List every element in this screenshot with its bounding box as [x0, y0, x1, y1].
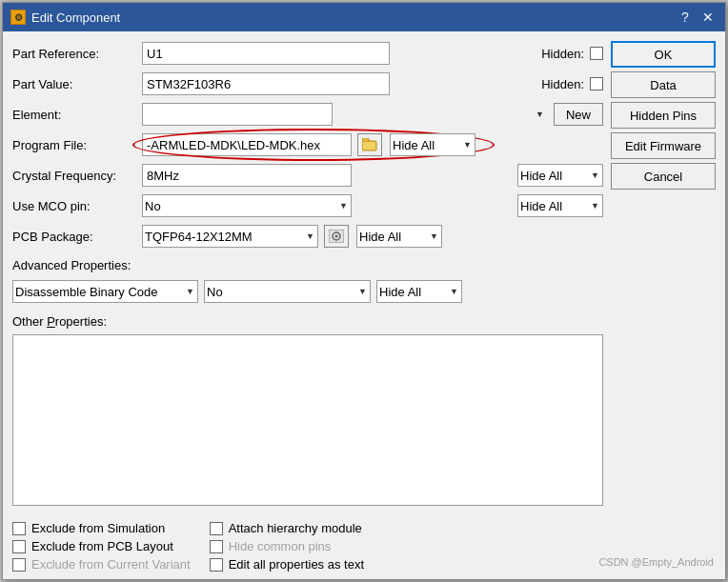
edit-firmware-button[interactable]: Edit Firmware: [611, 132, 716, 159]
data-button[interactable]: Data: [611, 71, 716, 98]
edit-all-properties-row: Edit all properties as text: [210, 557, 364, 572]
pcb-package-visibility-select[interactable]: Hide All Show All: [356, 225, 442, 248]
part-reference-row: Part Reference: Hidden:: [12, 41, 603, 66]
dialog-icon: ⚙: [10, 10, 26, 25]
bottom-section: Exclude from Simulation Exclude from PCB…: [3, 515, 725, 579]
bottom-checkboxes: Exclude from Simulation Exclude from PCB…: [12, 521, 716, 572]
use-mco-visibility-select[interactable]: Hide All Show All: [517, 194, 603, 217]
exclude-pcb-label: Exclude from PCB Layout: [31, 539, 173, 553]
part-value-label: Part Value:: [12, 77, 136, 91]
advanced-dropdown-2[interactable]: No Yes: [204, 280, 371, 303]
close-button[interactable]: ✕: [698, 8, 718, 27]
program-file-visibility-select[interactable]: Hide All Show All: [390, 133, 475, 156]
other-properties-textarea[interactable]: [12, 334, 603, 506]
attach-hierarchy-row: Attach hierarchy module: [210, 521, 364, 535]
left-checkboxes: Exclude from Simulation Exclude from PCB…: [12, 521, 191, 572]
help-button[interactable]: ?: [676, 8, 695, 27]
exclude-simulation-checkbox[interactable]: [12, 522, 26, 535]
sidebar-buttons: OK Data Hidden Pins Edit Firmware Cancel: [611, 41, 716, 506]
advanced-properties-label: Advanced Properties:: [12, 258, 131, 272]
other-properties-label-row: Other Properties:: [12, 314, 603, 329]
edit-all-properties-checkbox[interactable]: [210, 558, 223, 572]
part-reference-input[interactable]: [142, 42, 390, 65]
svg-rect-1: [362, 138, 369, 142]
hidden-label-2: Hidden:: [541, 77, 584, 91]
title-bar: ⚙ Edit Component ? ✕: [3, 3, 725, 31]
use-mco-row: Use MCO pin: No Yes Hide All Show All: [12, 193, 603, 218]
pcb-package-label: PCB Package:: [12, 230, 136, 244]
element-label: Element:: [12, 108, 136, 122]
exclude-variant-row: Exclude from Current Variant: [12, 557, 191, 572]
hide-common-pins-label: Hide common pins: [229, 539, 332, 553]
advanced-row: Disassemble Binary Code No Yes Hide All …: [12, 280, 603, 303]
svg-point-5: [335, 235, 338, 238]
title-bar-left: ⚙ Edit Component: [10, 10, 120, 25]
pcb-package-row: PCB Package: TQFP64-12X12MM Hide All: [12, 224, 603, 249]
cancel-button[interactable]: Cancel: [611, 163, 716, 190]
part-value-input[interactable]: [142, 72, 390, 95]
advanced-visibility-select[interactable]: Hide All Show All: [376, 280, 462, 303]
use-mco-label: Use MCO pin:: [12, 199, 136, 213]
hidden-checkbox-2[interactable]: [590, 77, 603, 90]
program-file-input[interactable]: [142, 133, 352, 156]
program-file-label: Program File:: [12, 138, 136, 152]
right-checkboxes: Attach hierarchy module Hide common pins…: [210, 521, 364, 572]
element-row: Element: New: [12, 102, 603, 127]
exclude-simulation-label: Exclude from Simulation: [31, 521, 165, 535]
crystal-freq-label: Crystal Frequency:: [12, 169, 136, 183]
crystal-freq-input[interactable]: [142, 164, 352, 187]
main-content: Part Reference: Hidden: Part Value: Hidd…: [12, 41, 603, 506]
dialog-title: Edit Component: [31, 10, 120, 25]
exclude-variant-checkbox[interactable]: [12, 558, 26, 572]
use-mco-select[interactable]: No Yes: [142, 194, 352, 217]
part-reference-label: Part Reference:: [12, 47, 136, 61]
crystal-freq-row: Crystal Frequency: Hide All Show All: [12, 163, 603, 188]
exclude-pcb-checkbox[interactable]: [12, 540, 26, 553]
hide-common-pins-checkbox[interactable]: [210, 540, 223, 553]
pcb-package-browse-button[interactable]: [324, 225, 349, 248]
attach-hierarchy-label: Attach hierarchy module: [229, 521, 362, 535]
hide-common-pins-row: Hide common pins: [210, 539, 364, 553]
other-properties-label: Other Properties:: [12, 314, 107, 329]
advanced-properties-label-row: Advanced Properties:: [12, 258, 603, 272]
new-button[interactable]: New: [554, 103, 603, 126]
dialog-body: Part Reference: Hidden: Part Value: Hidd…: [3, 31, 725, 515]
part-value-row: Part Value: Hidden:: [12, 71, 603, 96]
other-properties-area-container: [12, 334, 603, 506]
pcb-package-select[interactable]: TQFP64-12X12MM: [142, 225, 318, 248]
hidden-label-1: Hidden:: [541, 47, 584, 61]
exclude-pcb-row: Exclude from PCB Layout: [12, 539, 191, 553]
edit-all-properties-label: Edit all properties as text: [229, 557, 364, 572]
exclude-simulation-row: Exclude from Simulation: [12, 521, 191, 535]
folder-icon: [362, 138, 377, 151]
pcb-browse-icon: [329, 230, 344, 243]
program-file-browse-button[interactable]: [357, 133, 382, 156]
program-file-row: Program File: Hide All Show All: [12, 132, 603, 157]
exclude-variant-label: Exclude from Current Variant: [31, 557, 191, 572]
svg-rect-2: [363, 142, 375, 150]
hidden-checkbox-1[interactable]: [590, 47, 603, 60]
hidden-pins-button[interactable]: Hidden Pins: [611, 102, 716, 129]
edit-component-dialog: ⚙ Edit Component ? ✕ Part Reference: Hid…: [2, 2, 726, 580]
attach-hierarchy-checkbox[interactable]: [210, 522, 223, 535]
title-controls: ? ✕: [676, 8, 718, 27]
advanced-dropdown-1[interactable]: Disassemble Binary Code: [12, 280, 198, 303]
element-select[interactable]: [142, 103, 333, 126]
ok-button[interactable]: OK: [611, 41, 716, 68]
crystal-freq-visibility-select[interactable]: Hide All Show All: [517, 164, 603, 187]
